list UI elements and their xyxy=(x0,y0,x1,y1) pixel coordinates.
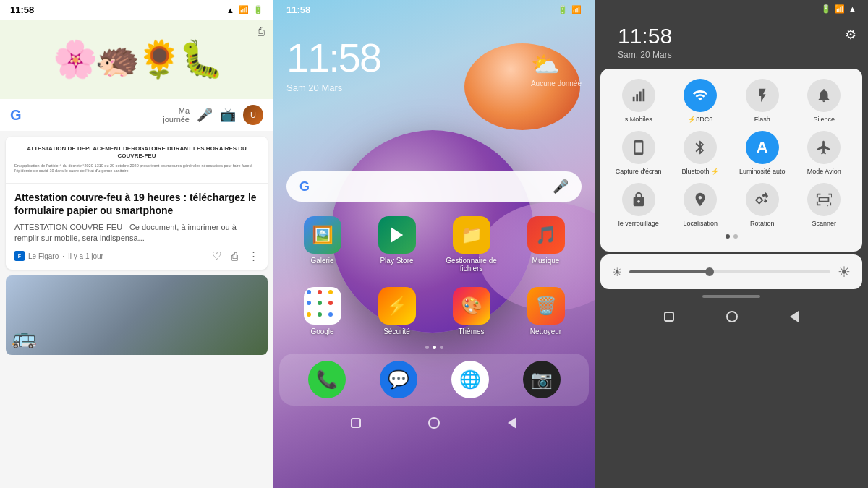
share-icon[interactable]: ⎙ xyxy=(231,250,238,262)
qs-tile-airplane[interactable]: Mode Avion xyxy=(796,131,853,176)
qs-tile-silence[interactable]: Silence xyxy=(796,79,853,124)
autobrightness-label: Luminosité auto xyxy=(739,168,786,176)
qs-date: Sam, 20 Mars xyxy=(606,50,684,66)
nav-back-button[interactable] xyxy=(505,416,519,430)
more-icon[interactable]: ⋮ xyxy=(248,249,259,262)
securite-icon: ⚡ xyxy=(378,287,416,325)
qs-nav-home-icon xyxy=(726,311,738,322)
home-status-icons: 🔋 📶 xyxy=(558,5,582,14)
doc-body: En application de l'article 4 du décret … xyxy=(14,163,259,174)
day-label: Ma journée xyxy=(163,106,190,124)
mic-icon[interactable]: 🎤 xyxy=(197,107,213,123)
location-label: Localisation xyxy=(683,220,718,228)
brightness-low-icon: ☀ xyxy=(612,265,622,279)
article-actions[interactable]: ♡ ⎙ ⋮ xyxy=(212,249,259,262)
files-icon: 📁 xyxy=(453,216,490,254)
brightness-slider[interactable] xyxy=(629,270,830,273)
qs-dot-1 xyxy=(726,234,730,239)
qs-tile-flash[interactable]: Flash xyxy=(734,79,791,124)
qs-tile-wifi[interactable]: ⚡8DC6 xyxy=(673,79,729,124)
files-label: Gestionnaire de fichiers xyxy=(435,257,507,273)
qs-tiles-grid-row2: Capture d'écran Bluetooth ⚡ A Luminosité… xyxy=(610,131,852,176)
airplane-icon xyxy=(807,131,841,164)
app-nettoyeur[interactable]: 🗑️ Nettoyeur xyxy=(510,287,582,335)
qs-tile-bluetooth[interactable]: Bluetooth ⚡ xyxy=(673,131,729,176)
silence-label: Silence xyxy=(813,116,835,124)
qs-signal-icon: ▲ xyxy=(848,4,856,14)
galerie-label: Galerie xyxy=(310,257,333,265)
qs-tile-autobrightness[interactable]: A Luminosité auto xyxy=(734,131,791,176)
news-image-inner: 🚌 xyxy=(6,275,268,355)
settings-gear-icon[interactable]: ⚙ xyxy=(845,27,856,42)
brightness-thumb xyxy=(705,267,714,276)
like-icon[interactable]: ♡ xyxy=(212,249,221,262)
source-separator: · xyxy=(62,252,64,260)
share-button[interactable]: ⎙ xyxy=(258,25,265,38)
home-app-grid-row1: 🖼️ Galerie Play Store 📁 Gestionnaire de … xyxy=(273,210,595,278)
messages-icon: 💬 xyxy=(380,361,417,398)
article-time: Il y a 1 jour xyxy=(68,252,103,260)
article-excerpt: ATTESTATION COUVRE-FEU - Ce document, à … xyxy=(14,222,259,244)
qs-tile-screenshot[interactable]: Capture d'écran xyxy=(610,131,667,176)
tv-icon[interactable]: 📺 xyxy=(220,107,236,123)
app-galerie[interactable]: 🖼️ Galerie xyxy=(286,216,358,273)
app-google[interactable]: Google xyxy=(286,287,358,335)
article-title: Attestation couvre-feu à 19 heures : tél… xyxy=(14,191,259,217)
qs-tile-data[interactable]: s Mobiles xyxy=(610,79,667,124)
app-themes[interactable]: 🎨 Thèmes xyxy=(435,287,507,335)
app-files[interactable]: 📁 Gestionnaire de fichiers xyxy=(435,216,507,273)
qs-tile-scanner[interactable]: Scanner xyxy=(796,183,853,228)
qs-status-right: 🔋 📶 ▲ xyxy=(821,4,856,14)
qs-nav-recents[interactable] xyxy=(664,312,674,322)
dock-phone[interactable]: 📞 xyxy=(292,361,361,398)
nettoyeur-icon: 🗑️ xyxy=(527,287,565,325)
qs-nav-bar xyxy=(595,304,868,330)
qs-wifi-icon: 📶 xyxy=(835,4,845,14)
app-playstore[interactable]: Play Store xyxy=(361,216,433,273)
brightness-high-icon: ☀ xyxy=(838,263,851,281)
doodle-image: 🌸🦔🌻🐛 xyxy=(53,38,221,80)
signal-icon: ▲ xyxy=(226,6,234,14)
nav-square-icon xyxy=(351,418,361,428)
data-mobile-icon xyxy=(622,79,655,112)
home-search-bar[interactable]: G 🎤 xyxy=(286,171,582,202)
feed-search-bar[interactable]: G Ma journée 🎤 📺 U xyxy=(0,99,273,131)
weather-icon: ⛅ xyxy=(531,51,582,78)
google-logo: G xyxy=(10,107,22,124)
user-avatar[interactable]: U xyxy=(243,105,263,125)
home-google-logo: G xyxy=(299,179,310,194)
dock-camera[interactable]: 📷 xyxy=(507,361,576,398)
flash-tile-icon xyxy=(746,79,779,112)
securite-label: Sécurité xyxy=(383,328,410,335)
qs-nav-home[interactable] xyxy=(726,311,738,322)
flash-label: Flash xyxy=(754,116,770,124)
home-battery-icon: 🔋 xyxy=(558,5,568,14)
qs-brightness-bar[interactable]: ☀ ☀ xyxy=(600,254,862,289)
app-securite[interactable]: ⚡ Sécurité xyxy=(361,287,433,335)
dock-messages[interactable]: 💬 xyxy=(364,361,433,398)
qs-nav-back[interactable] xyxy=(790,311,799,322)
nav-recents-button[interactable] xyxy=(349,416,363,430)
quicksettings-panel: 🔋 📶 ▲ 11:58 Sam, 20 Mars ⚙ s Mobiles xyxy=(595,0,868,488)
svg-rect-3 xyxy=(639,92,642,102)
qs-tile-rotation[interactable]: Rotation xyxy=(734,183,791,228)
app-music[interactable]: 🎵 Musique xyxy=(510,216,582,273)
nav-home-button[interactable] xyxy=(427,416,441,430)
silence-icon xyxy=(807,79,841,112)
home-mic-icon[interactable]: 🎤 xyxy=(553,179,569,194)
doc-preview: ATTESTATION DE DEPLACEMENT DEROGATOIRE D… xyxy=(6,137,268,184)
dock-chrome[interactable]: 🌐 xyxy=(435,361,504,398)
feed-article-card[interactable]: ATTESTATION DE DEPLACEMENT DEROGATOIRE D… xyxy=(6,137,268,270)
galerie-icon: 🖼️ xyxy=(304,216,341,254)
article-meta: F Le Figaro · Il y a 1 jour ♡ ⎙ ⋮ xyxy=(14,249,259,262)
qs-tile-lock[interactable]: le verrouillage xyxy=(610,183,667,228)
location-icon xyxy=(684,183,717,216)
home-status-bar: 11:58 🔋 📶 xyxy=(273,0,595,20)
brightness-fill xyxy=(629,270,710,273)
home-wifi-icon: 📶 xyxy=(571,5,582,14)
qs-tile-location[interactable]: Localisation xyxy=(673,183,729,228)
rotation-icon xyxy=(746,183,779,216)
data-mobile-label: s Mobiles xyxy=(625,116,652,124)
home-app-grid-row2: Google ⚡ Sécurité 🎨 Thèmes 🗑️ Nettoyeur xyxy=(273,281,595,341)
battery-icon: 🔋 xyxy=(253,5,263,14)
